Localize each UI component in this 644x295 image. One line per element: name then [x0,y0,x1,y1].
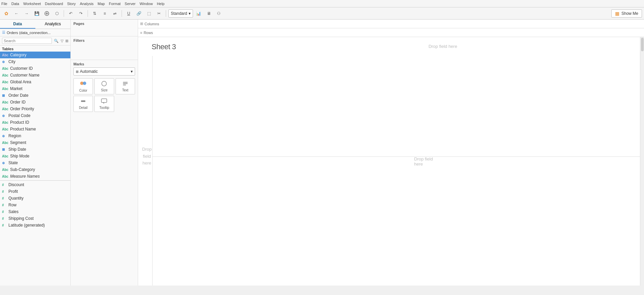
field-name: Postal Code [8,113,30,118]
columns-shelf[interactable]: ⊞ Columns [138,20,644,28]
rows-drop-zone[interactable] [167,28,642,37]
tables-label: Tables [0,46,70,52]
field-item-sales[interactable]: # Sales [0,208,70,215]
field-item-latitude[interactable]: # Latitude (generated) [0,222,70,229]
menu-data[interactable]: Data [11,2,19,6]
tab-analytics[interactable]: Analytics [35,20,71,29]
scrollbar-vertical[interactable] [640,37,644,286]
field-type-icon: Abc [2,121,8,124]
field-name: Region [8,134,21,138]
field-item-profit[interactable]: # Profit [0,188,70,195]
menu-help[interactable]: Help [157,2,165,6]
group-button[interactable]: ⬚ [144,9,153,18]
copy-button[interactable]: ⬡ [53,9,61,18]
field-type-icon: Abc [2,141,8,145]
field-item-city[interactable]: ⊕ City [0,58,70,65]
field-item-discount[interactable]: # Discount [0,181,70,188]
menu-worksheet[interactable]: Worksheet [23,2,41,6]
field-item-category[interactable]: Abc Category [0,52,70,58]
undo-button[interactable]: ↶ [66,9,75,18]
split-button[interactable]: ✂ [155,9,163,18]
field-item-shipping-cost[interactable]: # Shipping Cost [0,215,70,222]
field-item-segment[interactable]: Abc Segment [0,139,70,146]
field-item-ship-date[interactable]: ▦ Ship Date [0,146,70,153]
field-item-order-id[interactable]: Abc Order ID [0,99,70,106]
field-name: Category [10,53,27,57]
field-item-quantity[interactable]: # Quantity [0,195,70,202]
field-item-ship-mode[interactable]: Abc Ship Mode [0,153,70,159]
scroll-thumb[interactable] [641,38,644,51]
show-me-button[interactable]: ▦ Show Me [611,9,642,18]
sort-rows-button[interactable]: ≡ [100,9,109,18]
menu-dashboard[interactable]: Dashboard [45,2,63,6]
field-item-row[interactable]: # Row [0,202,70,208]
filter-icon[interactable]: ▽ [60,38,64,43]
field-type-icon: # [2,197,7,200]
menu-map[interactable]: Map [98,2,105,6]
search-input[interactable] [2,38,52,44]
mark-text-button[interactable]: Text [116,78,135,94]
field-item-region[interactable]: ⊕ Region [0,132,70,139]
field-item-postal-code[interactable]: ⊕ Postal Code [0,112,70,119]
field-item-market[interactable]: Abc Market [0,85,70,92]
back-button[interactable]: ← [12,9,21,18]
menu-analysis[interactable]: Analysis [80,2,94,6]
viz-type-dropdown[interactable]: Standard ▾ [168,9,193,18]
field-type-icon: ⊕ [2,114,7,118]
data-panel: Data Analytics ☰ Orders (data_connection… [0,20,71,286]
mark-size-button[interactable]: Size [94,78,114,94]
field-name: Sales [8,209,19,214]
detail-label: Detail [79,106,88,110]
field-name: Measure Names [10,174,40,179]
menu-server[interactable]: Server [125,2,135,6]
mark-detail-button[interactable]: Detail [73,96,93,112]
svg-rect-6 [123,82,128,83]
sep2 [88,10,88,17]
forward-button[interactable]: → [22,9,31,18]
show-me-label: Show Me [621,11,638,16]
menu-file[interactable]: File [1,2,7,6]
field-item-state[interactable]: ⊕ State [0,159,70,166]
underline-button[interactable]: U [124,9,133,18]
mark-tooltip-button[interactable]: Tooltip [94,96,114,112]
search-icon[interactable]: 🔍 [53,38,59,43]
menu-window[interactable]: Window [140,2,153,6]
field-item-product-name[interactable]: Abc Product Name [0,126,70,132]
mark-color-button[interactable]: Color [73,78,93,94]
share-button[interactable]: ⚇ [215,9,223,18]
tab-data[interactable]: Data [0,20,35,29]
menu-story[interactable]: Story [67,2,76,6]
field-item-global-area[interactable]: Abc Global Area [0,79,70,85]
rows-shelf-label: ≡ Rows [140,31,167,35]
field-item-sub-category[interactable]: Abc Sub-Category [0,166,70,173]
rows-shelf[interactable]: ≡ Rows [138,28,644,37]
text-label: Text [122,88,128,92]
add-datasource-button[interactable] [42,9,51,18]
marks-type-dropdown[interactable]: ⊞ Automatic ▾ [73,67,135,76]
field-type-icon: Abc [2,87,8,91]
data-source-row[interactable]: ☰ Orders (data_connection... [0,29,70,36]
link-button[interactable]: 🔗 [134,9,143,18]
bar-chart-button[interactable]: 📊 [194,9,203,18]
field-item-customer-name[interactable]: Abc Customer Name [0,72,70,79]
columns-drop-zone[interactable] [167,20,642,28]
field-item-order-priority[interactable]: Abc Order Priority [0,106,70,112]
rows-icon: ≡ [140,31,142,35]
field-name: Ship Date [8,147,26,152]
field-name: Shipping Cost [8,216,34,221]
field-type-icon: Abc [2,73,8,77]
field-item-order-date[interactable]: ▦ Order Date [0,92,70,99]
redo-button[interactable]: ↷ [76,9,85,18]
grid-view-icon[interactable]: ⊞ [65,38,69,43]
menu-format[interactable]: Format [109,2,121,6]
save-button[interactable]: 💾 [32,9,41,18]
field-item-product-id[interactable]: Abc Product ID [0,119,70,126]
field-item-measure-names[interactable]: Abc Measure Names [0,173,70,180]
field-item-customer-id[interactable]: Abc Customer ID [0,65,70,72]
sort-cols-button[interactable]: ⇌ [110,9,119,18]
monitor-button[interactable]: 🖥 [204,9,213,18]
sort-asc-button[interactable]: ⇅ [90,9,99,18]
field-name: Profit [8,189,18,194]
middle-panel: Pages Filters Marks ⊞ Automatic ▾ [71,20,138,286]
toolbar: ✿ ← → 💾 ⬡ ↶ ↷ ⇅ ≡ ⇌ U 🔗 ⬚ ✂ Standard ▾ 📊… [0,7,644,20]
